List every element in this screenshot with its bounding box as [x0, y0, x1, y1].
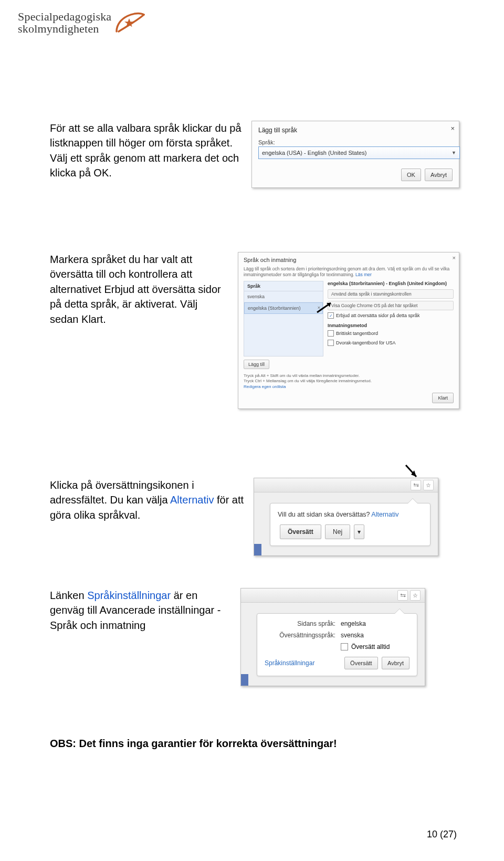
option-display-os[interactable]: Visa Google Chrome OS på det här språket	[328, 301, 454, 310]
field-label: Språk:	[258, 139, 453, 145]
language-options: engelska (Storbritannien) - English (Uni…	[328, 281, 454, 356]
logo-text: Specialpedagogiska skolmyndigheten	[18, 10, 111, 35]
section-3: Klicka på översättningsikonen i adressfä…	[50, 478, 459, 556]
target-language-value[interactable]: svenska	[341, 632, 410, 639]
section2-text: Markera språket du har valt att översätt…	[50, 252, 228, 409]
learn-more-link[interactable]: Läs mer	[355, 272, 372, 277]
alternativ-link[interactable]: Alternativ	[371, 511, 398, 518]
arrow-annotation-icon	[316, 301, 335, 314]
language-item-svenska[interactable]: svenska	[244, 291, 323, 302]
keyboard-hints: Tryck på Alt + Skift om du vill växla me…	[244, 373, 454, 390]
add-language-button[interactable]: Lägg till	[244, 360, 269, 369]
close-icon[interactable]: ×	[450, 124, 455, 132]
side-tab	[254, 544, 261, 555]
translate-icon[interactable]: ⮀	[411, 480, 421, 490]
target-language-label: Översättningsspråk:	[265, 632, 335, 639]
screenshot-language-input: × Språk och inmatning Lägg till språk oc…	[238, 252, 459, 409]
no-button[interactable]: Nej	[325, 524, 350, 539]
star-icon[interactable]: ☆	[410, 590, 421, 601]
dialog-title: Lägg till språk	[258, 127, 453, 134]
language-select[interactable]: engelska (USA) - English (United States)…	[258, 146, 460, 159]
language-item-engelska[interactable]: engelska (Storbritannien) ×	[244, 302, 323, 314]
dialog-desc: Lägg till språk och sortera dem i priori…	[244, 266, 454, 278]
translate-button[interactable]: Översätt	[280, 524, 321, 539]
side-tab	[241, 674, 248, 686]
ok-button[interactable]: OK	[401, 169, 421, 181]
logo: Specialpedagogiska skolmyndigheten	[18, 10, 150, 36]
translate-icon[interactable]: ⮀	[397, 590, 408, 601]
obs-warning: OBS: Det finns inga garantier för korrek…	[50, 738, 337, 750]
section-4: Länken Språkinställningar är en genväg t…	[50, 588, 459, 686]
screenshot-add-language: × Lägg till språk Språk: engelska (USA) …	[251, 121, 459, 188]
done-button[interactable]: Klart	[432, 393, 454, 403]
translate-bubble: Vill du att sidan ska översättas? Altern…	[270, 503, 430, 546]
always-translate-checkbox[interactable]: Översätt alltid	[341, 643, 410, 650]
page-language-value[interactable]: engelska	[341, 620, 410, 627]
screenshot-translate-settings: ⮀ ☆ Sidans språk: engelska Översättnings…	[240, 588, 425, 686]
input-method-header: Inmatningsmetod	[328, 323, 454, 328]
kb-british[interactable]: Brittiskt tangentbord	[328, 330, 454, 337]
more-options-button[interactable]: ▾	[354, 524, 364, 539]
alternativ-link: Alternativ	[170, 494, 214, 506]
logo-line1: Specialpedagogiska	[18, 10, 111, 23]
section-1: För att se alla valbara språk klickar du…	[50, 121, 459, 188]
language-list-header: Språk	[244, 281, 323, 291]
chevron-down-icon: ▼	[452, 150, 456, 155]
checkbox-icon	[328, 340, 334, 346]
cancel-button[interactable]: Avbryt	[382, 657, 410, 669]
translate-button[interactable]: Översätt	[344, 657, 378, 669]
cancel-button[interactable]: Avbryt	[425, 169, 453, 181]
logo-mark-icon	[113, 7, 150, 36]
dialog-title: Språk och inmatning	[244, 257, 454, 263]
language-list: Språk svenska engelska (Storbritannien) …	[244, 281, 323, 356]
language-settings-link[interactable]: Språkinställningar	[265, 659, 314, 667]
option-offer-translate[interactable]: ✓ Erbjud att översätta sidor på detta sp…	[328, 312, 454, 319]
translate-bubble: Sidans språk: engelska Översättningssprå…	[257, 613, 417, 676]
page-language-label: Sidans språk:	[265, 620, 335, 627]
language-select-value: engelska (USA) - English (United States)	[262, 150, 366, 156]
selected-language-title: engelska (Storbritannien) - English (Uni…	[328, 281, 454, 286]
kb-dvorak[interactable]: Dvorak-tangentbord för USA	[328, 340, 454, 346]
logo-line2: skolmyndigheten	[18, 23, 111, 35]
star-icon[interactable]: ☆	[423, 480, 434, 490]
close-icon[interactable]: ×	[453, 255, 456, 261]
edit-wordlist-link[interactable]: Redigera egen ordlista	[244, 384, 286, 389]
section-2: Markera språket du har valt att översätt…	[50, 252, 459, 409]
section3-text: Klicka på översättningsikonen i adressfä…	[50, 478, 244, 556]
translate-question: Vill du att sidan ska översättas?	[278, 511, 370, 518]
section1-text: För att se alla valbara språk klickar du…	[50, 121, 242, 188]
screenshot-translate-prompt: ⮀ ☆ Vill du att sidan ska översättas? Al…	[254, 478, 438, 556]
page-number: 10 (27)	[427, 829, 457, 840]
section4-text: Länken Språkinställningar är en genväg t…	[50, 588, 231, 686]
checkbox-icon	[328, 330, 334, 337]
sprakinstallningar-link: Språkinställningar	[87, 590, 171, 601]
option-spellcheck[interactable]: Använd detta språk i stavningskontrollen	[328, 289, 454, 299]
checkbox-icon	[341, 643, 348, 650]
